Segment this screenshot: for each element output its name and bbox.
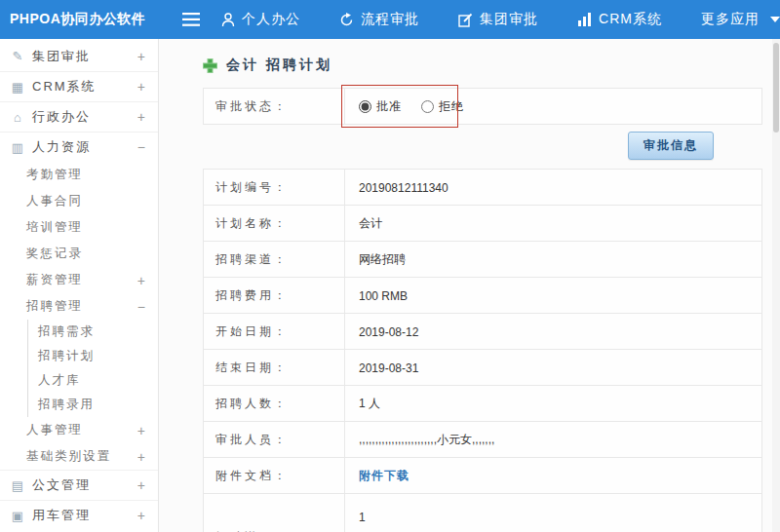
- sidebar-item-personnel-mgmt[interactable]: 人事管理+: [0, 417, 158, 443]
- page-title: 会计 招聘计划: [226, 57, 332, 74]
- nav-label: 集团审批: [480, 11, 538, 28]
- expand-icon[interactable]: +: [137, 79, 145, 95]
- nav-crm-system[interactable]: CRM系统: [577, 11, 662, 28]
- radio-input-reject[interactable]: [421, 100, 434, 113]
- field-label: 招聘说明：: [204, 494, 345, 532]
- sidebar-item-label: 招聘管理: [26, 298, 83, 315]
- nav-more-apps[interactable]: 更多应用: [701, 11, 780, 28]
- bar-chart-icon: ▦: [10, 80, 25, 95]
- sidebar-item-label: 基础类别设置: [26, 448, 111, 465]
- field-row-attachment: 附件文档：附件下载: [204, 458, 761, 494]
- sidebar-menu: ✎集团审批+▦CRM系统+⌂行政办公+▥人力资源−考勤管理人事合同培训管理奖惩记…: [0, 41, 158, 530]
- menu-toggle-icon[interactable]: [182, 13, 200, 26]
- field-row-plan-name: 计划名称：会计: [204, 206, 761, 242]
- scrollbar[interactable]: [772, 39, 780, 532]
- edit-approval-icon: [458, 13, 473, 27]
- field-value-line: 1: [359, 506, 748, 530]
- vehicle-icon: ▣: [10, 509, 25, 523]
- top-nav: 个人办公 流程审批 集团审批 CRM系统 更多应用: [221, 11, 780, 28]
- sidebar-item-recruit-mgmt[interactable]: 招聘管理−: [0, 293, 158, 320]
- main-content: 会计 招聘计划 审批状态： 批准拒绝 审批信息 计划编号：20190812111…: [159, 39, 780, 532]
- field-value: 1 人: [345, 386, 761, 421]
- nav-group-approval[interactable]: 集团审批: [458, 11, 538, 28]
- radio-option-reject[interactable]: 拒绝: [421, 98, 464, 115]
- sidebar-item-admin-office[interactable]: ⌂行政办公+: [0, 101, 158, 132]
- sidebar-item-crm-system[interactable]: ▦CRM系统+: [0, 71, 158, 101]
- expand-icon[interactable]: +: [137, 449, 145, 465]
- field-value: 2019-08-12: [345, 314, 761, 349]
- collapse-icon[interactable]: −: [137, 139, 145, 155]
- field-label: 计划名称：: [204, 206, 345, 241]
- field-label: 结束日期：: [204, 350, 345, 385]
- field-row-description: 招聘说明：12: [204, 494, 761, 532]
- nav-label: CRM系统: [599, 11, 662, 28]
- sidebar-item-rewards-records[interactable]: 奖惩记录: [0, 241, 158, 267]
- add-icon[interactable]: [203, 58, 217, 73]
- page-header: 会计 招聘计划: [203, 49, 762, 88]
- radio-input-approve[interactable]: [359, 100, 371, 113]
- sidebar-item-recruit-plan[interactable]: 招聘计划: [27, 344, 158, 368]
- sidebar-item-label: 招聘需求: [38, 323, 95, 340]
- sidebar-item-document-mgmt[interactable]: ▤公文管理+: [0, 470, 158, 500]
- radio-label: 批准: [376, 98, 402, 115]
- field-row-end-date: 结束日期：2019-08-31: [204, 350, 761, 386]
- sidebar-item-attendance[interactable]: 考勤管理: [0, 162, 158, 188]
- sidebar-item-basic-category[interactable]: 基础类别设置+: [0, 443, 158, 470]
- field-label: 开始日期：: [204, 314, 345, 349]
- field-value: ,,,,,,,,,,,,,,,,,,,,,,,,小元女,,,,,,,: [345, 422, 761, 457]
- chevron-down-icon: [770, 17, 780, 22]
- expand-icon[interactable]: +: [137, 273, 145, 288]
- sidebar-item-label: 用车管理: [32, 507, 91, 524]
- button-row: 审批信息: [203, 125, 762, 169]
- sidebar-item-label: 公文管理: [32, 476, 91, 494]
- sidebar-item-label: 人事合同: [26, 193, 83, 209]
- approval-info-button[interactable]: 审批信息: [628, 132, 714, 160]
- expand-icon[interactable]: +: [137, 49, 145, 64]
- field-value: 12: [345, 494, 761, 532]
- detail-table: 计划编号：20190812111340计划名称：会计招聘渠道：网络招聘招聘费用：…: [203, 169, 762, 532]
- sidebar: ✎集团审批+▦CRM系统+⌂行政办公+▥人力资源−考勤管理人事合同培训管理奖惩记…: [0, 39, 159, 532]
- field-label: 招聘费用：: [204, 278, 345, 313]
- sidebar-item-label: 集团审批: [32, 48, 91, 65]
- status-label: 审批状态：: [204, 89, 345, 124]
- attachment-download-link[interactable]: 附件下载: [359, 468, 410, 484]
- sidebar-item-talent-pool[interactable]: 人才库: [27, 368, 158, 393]
- sidebar-item-group-approval[interactable]: ✎集团审批+: [0, 41, 158, 71]
- field-row-approvers: 审批人员：,,,,,,,,,,,,,,,,,,,,,,,,小元女,,,,,,,: [204, 422, 761, 458]
- sidebar-item-human-resources[interactable]: ▥人力资源−: [0, 132, 158, 162]
- sidebar-item-recruit-demand[interactable]: 招聘需求: [27, 320, 158, 344]
- expand-icon[interactable]: +: [137, 423, 145, 438]
- field-value: 20190812111340: [345, 170, 761, 205]
- expand-icon[interactable]: +: [137, 477, 145, 493]
- expand-icon[interactable]: +: [137, 508, 145, 523]
- field-value: 100 RMB: [345, 278, 761, 313]
- collapse-icon[interactable]: −: [137, 299, 145, 315]
- field-value: 附件下载: [345, 458, 761, 493]
- field-value: 会计: [345, 206, 761, 241]
- field-label: 附件文档：: [204, 458, 345, 493]
- sidebar-item-label: 人事管理: [26, 422, 83, 438]
- field-row-start-date: 开始日期：2019-08-12: [204, 314, 761, 350]
- scrollbar-thumb[interactable]: [773, 43, 779, 133]
- field-label: 招聘渠道：: [204, 242, 345, 277]
- sidebar-item-vehicle-mgmt[interactable]: ▣用车管理+: [0, 500, 158, 530]
- field-row-recruit-channel: 招聘渠道：网络招聘: [204, 242, 761, 278]
- expand-icon[interactable]: +: [137, 109, 145, 125]
- nav-label: 更多应用: [701, 11, 760, 28]
- field-row-plan-number: 计划编号：20190812111340: [204, 170, 761, 206]
- nav-process-approval[interactable]: 流程审批: [339, 11, 419, 28]
- sidebar-item-salary-mgmt[interactable]: 薪资管理+: [0, 267, 158, 293]
- sidebar-item-hr-contract[interactable]: 人事合同: [0, 188, 158, 214]
- field-value: 2019-08-31: [345, 350, 761, 385]
- workflow-icon: [339, 13, 354, 27]
- sidebar-item-training[interactable]: 培训管理: [0, 214, 158, 241]
- person-icon: [221, 13, 235, 27]
- sidebar-item-label: 招聘计划: [38, 348, 95, 364]
- radio-option-approve[interactable]: 批准: [359, 98, 402, 115]
- sidebar-item-label: CRM系统: [32, 78, 97, 95]
- sidebar-item-recruit-hire[interactable]: 招聘录用: [27, 393, 158, 417]
- nav-personal-office[interactable]: 个人办公: [221, 11, 300, 28]
- status-section: 审批状态： 批准拒绝: [203, 88, 762, 125]
- field-label: 计划编号：: [204, 170, 345, 205]
- sidebar-item-label: 人力资源: [32, 138, 91, 156]
